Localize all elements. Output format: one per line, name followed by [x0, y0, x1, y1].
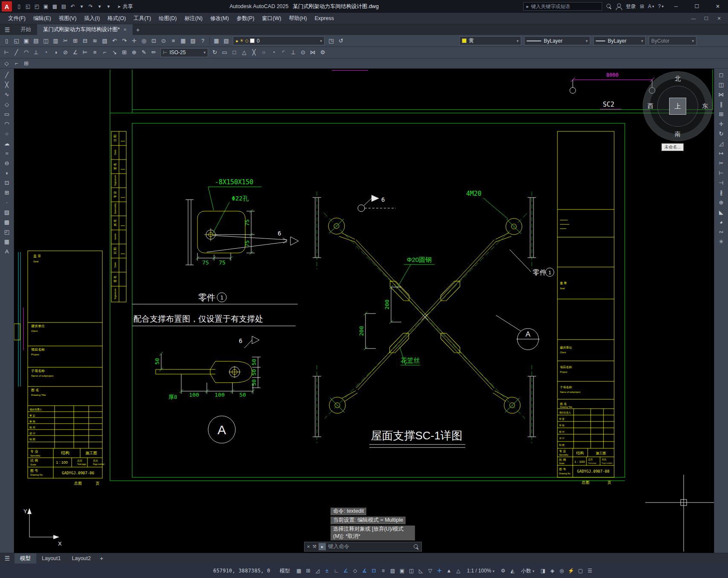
gizmo-icon[interactable]: ✛: [435, 565, 444, 576]
isolate-objects-icon[interactable]: ◎: [557, 565, 566, 576]
line-icon[interactable]: ╱: [1, 70, 12, 80]
qat-dropdown-icon[interactable]: ▾: [104, 2, 113, 11]
tab-close-icon[interactable]: ✕: [123, 24, 127, 35]
copy-icon[interactable]: ⊞: [70, 36, 80, 46]
fillet-icon[interactable]: ◕: [716, 218, 727, 227]
plot-icon[interactable]: ▤: [31, 36, 41, 46]
snap-center-icon[interactable]: ○: [259, 48, 269, 57]
osnap-settings-icon[interactable]: ⚙: [318, 48, 328, 57]
drawing-area[interactable]: 8000 SC2 日 期 Date 签 名 Signature 专 业 Spec…: [14, 69, 714, 553]
undo-icon[interactable]: ↶: [110, 36, 119, 46]
publish-icon[interactable]: ▥: [51, 36, 61, 46]
match-properties-icon[interactable]: ≋: [90, 36, 100, 46]
search-icon[interactable]: [606, 3, 612, 9]
color-combo[interactable]: 黄 ▾: [459, 36, 521, 45]
units-button[interactable]: 小数▾: [518, 567, 538, 575]
layer-properties-manager-icon[interactable]: ▦: [212, 36, 221, 46]
undo-dropdown-icon[interactable]: ▾: [77, 2, 86, 11]
zoom-window-icon[interactable]: ⊡: [149, 36, 159, 46]
copy-icon[interactable]: ◫: [716, 80, 727, 90]
save-icon[interactable]: ▣: [41, 2, 50, 11]
osnap-tracking-icon[interactable]: ∡: [360, 565, 369, 576]
selection-filtering-icon[interactable]: ▽: [426, 565, 435, 576]
polyline-icon[interactable]: ∿: [1, 90, 12, 99]
angular-dimension-icon[interactable]: ∠: [70, 48, 80, 57]
selection-cycling-icon[interactable]: ▣: [397, 565, 407, 576]
snap-mode-icon[interactable]: ⊞: [304, 565, 313, 576]
join-icon[interactable]: ⊕: [716, 198, 727, 207]
zoom-previous-icon[interactable]: ⊙: [159, 36, 168, 46]
menu-item[interactable]: 修改(M): [206, 13, 233, 24]
lineweight-combo[interactable]: ByLayer ▾: [593, 36, 646, 45]
hatch-icon[interactable]: ▨: [1, 208, 12, 217]
customize-icon[interactable]: ⚒: [312, 544, 316, 549]
command-line-window[interactable]: 命令: textedit 当前设置: 编辑模式 = Multiple 选择注释对…: [304, 508, 422, 552]
block-editor-icon[interactable]: ▧: [100, 36, 110, 46]
dimension-update-icon[interactable]: ↻: [210, 48, 220, 57]
quick-properties-icon[interactable]: ◨: [538, 565, 548, 576]
isometric-drafting-icon[interactable]: ◇: [351, 565, 360, 576]
transparency-icon[interactable]: ▨: [388, 565, 397, 576]
snap-node-icon[interactable]: ⊙: [298, 48, 308, 57]
jogged-dimension-icon[interactable]: ◑: [51, 48, 61, 57]
explode-icon[interactable]: ✳: [716, 237, 727, 247]
doc-close-button[interactable]: ✕: [713, 16, 725, 21]
diameter-dimension-icon[interactable]: ⊘: [61, 48, 70, 57]
region-icon[interactable]: ◰: [1, 227, 12, 237]
annotation-monitor-icon[interactable]: ◭: [508, 565, 517, 576]
baseline-dimension-icon[interactable]: ≡: [90, 48, 100, 57]
snap-tangent-icon[interactable]: ◜: [278, 48, 288, 57]
menu-item[interactable]: 帮助(H): [285, 13, 310, 24]
autodesk-apps-icon[interactable]: A▾: [648, 3, 654, 9]
app-menu-button[interactable]: A: [2, 1, 12, 12]
multiline-text-icon[interactable]: A: [1, 247, 12, 256]
snap-quadrant-icon[interactable]: ◔: [269, 48, 278, 57]
extend-icon[interactable]: ⊢: [716, 168, 727, 178]
aligned-dimension-icon[interactable]: ╱: [12, 48, 21, 57]
tab-start[interactable]: 开始: [15, 24, 37, 35]
menu-item[interactable]: 标注(N): [181, 13, 206, 24]
doc-restore-button[interactable]: ☐: [700, 16, 713, 21]
lineweight-display-icon[interactable]: ≡: [379, 565, 388, 576]
linetype-combo[interactable]: ByLayer ▾: [524, 36, 590, 45]
undo-icon[interactable]: ↶: [68, 2, 77, 11]
menu-item[interactable]: 视图(V): [55, 13, 81, 24]
compass-east[interactable]: 东: [702, 102, 708, 110]
menu-item[interactable]: Express: [311, 13, 338, 24]
move-icon[interactable]: ✛: [716, 119, 727, 129]
blend-curves-icon[interactable]: ∾: [716, 227, 727, 237]
open-icon[interactable]: ◱: [12, 36, 21, 46]
trim-icon[interactable]: ✂: [716, 159, 727, 168]
layer-states-icon[interactable]: ▧: [221, 36, 231, 46]
infer-constraints-icon[interactable]: ◿: [313, 565, 322, 576]
plotstyle-combo[interactable]: ByColor ▾: [649, 36, 696, 45]
linear-dimension-icon[interactable]: ⊢: [2, 48, 12, 57]
redo-icon[interactable]: ↷: [119, 36, 129, 46]
new-tab-button[interactable]: +: [133, 26, 143, 33]
layout-tab[interactable]: 模型: [15, 553, 36, 564]
layer-combo[interactable]: ● ☀ ◇ 0 ▾: [233, 36, 325, 45]
navigation-wheel[interactable]: 上 北 南 西 东 未命名...: [643, 71, 713, 141]
compass-north[interactable]: 北: [675, 75, 681, 83]
snap-nearest-icon[interactable]: ⋈: [308, 48, 318, 57]
cut-icon[interactable]: ✂: [61, 36, 70, 46]
zoom-realtime-icon[interactable]: ◎: [139, 36, 149, 46]
snap-midpoint-icon[interactable]: △: [239, 48, 249, 57]
mirror-icon[interactable]: ⋈: [716, 90, 727, 99]
menu-item[interactable]: 格式(O): [104, 13, 130, 24]
view-up-button[interactable]: 上: [669, 98, 686, 115]
chamfer-icon[interactable]: ◣: [716, 208, 727, 217]
spline-icon[interactable]: ≈: [1, 149, 12, 158]
continue-dimension-icon[interactable]: ⌐: [100, 48, 110, 57]
pan-icon[interactable]: ✛: [129, 36, 139, 46]
layer-previous-icon[interactable]: ↺: [336, 36, 346, 46]
help-search-input[interactable]: ▸ 键入关键字或短语: [523, 2, 602, 11]
layout-menu-icon[interactable]: ☰: [0, 555, 15, 562]
autoscale-icon[interactable]: △: [454, 565, 463, 576]
ellipse-icon[interactable]: ⊖: [1, 159, 12, 168]
layout-tab[interactable]: Layout2: [66, 553, 96, 564]
model-space-button[interactable]: 模型: [276, 567, 293, 575]
open-folder-icon[interactable]: ◰: [32, 2, 41, 11]
minimize-button[interactable]: ─: [667, 0, 684, 13]
paste-icon[interactable]: ⊟: [80, 36, 90, 46]
